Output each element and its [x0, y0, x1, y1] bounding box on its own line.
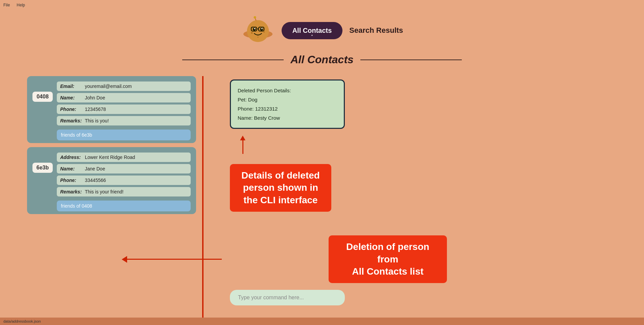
main-content: 0408 Email: youremail@email.com Name: Jo…	[0, 69, 644, 325]
annotation-details-line3: the CLI interface	[238, 194, 323, 206]
email-label: Email:	[60, 84, 82, 89]
title-line-right	[360, 60, 462, 60]
address-label-6e3b: Address:	[60, 155, 82, 160]
svg-point-11	[257, 37, 259, 38]
svg-point-4	[254, 28, 255, 29]
email-value: youremail@email.com	[85, 84, 132, 89]
name-value-0408: John Doe	[85, 95, 105, 100]
deletion-annotation-group: Deletion of person from All Contacts lis…	[230, 235, 447, 283]
contact-id-0408: 0408	[32, 92, 53, 102]
red-divider-line	[202, 76, 204, 325]
contact-remarks-field-0408: Remarks: This is you!	[57, 116, 191, 125]
svg-point-1	[247, 20, 269, 42]
remarks-value-6e3b: This is your friend!	[85, 189, 123, 194]
contact-email-field: Email: youremail@email.com	[57, 82, 191, 91]
cli-input-box[interactable]: Type your command here...	[230, 290, 345, 305]
menu-help[interactable]: Help	[17, 3, 25, 7]
status-bar: data/addressbook.json	[0, 318, 644, 325]
remarks-label-0408: Remarks:	[60, 118, 82, 123]
menu-bar: File Help	[3, 3, 25, 7]
status-bar-text: data/addressbook.json	[3, 319, 41, 323]
contact-card-6e3b: 6e3b Address: Lower Kent Ridge Road Name…	[27, 147, 196, 214]
menu-file[interactable]: File	[3, 3, 10, 7]
svg-point-10	[263, 31, 265, 33]
search-results-tab[interactable]: Search Results	[349, 26, 403, 35]
name-label-6e3b: Name:	[60, 166, 82, 171]
contact-name-field-0408: Name: John Doe	[57, 93, 191, 102]
cli-output-title: Deleted Person Details:	[238, 86, 337, 95]
cli-output-line2: Phone: 12312312	[238, 104, 337, 113]
contact-tag-6e3b: friends of 0408	[57, 201, 191, 211]
page-title: All Contacts	[290, 53, 354, 66]
contact-tag-0408: friends of 6e3b	[57, 130, 191, 140]
name-value-6e3b: Jane Doe	[85, 166, 105, 171]
all-contacts-tab[interactable]: All Contacts	[282, 22, 343, 39]
address-value-6e3b: Lower Kent Ridge Road	[85, 155, 135, 160]
arrow-left-group	[122, 256, 222, 263]
contact-remarks-field-6e3b: Remarks: This is your friend!	[57, 187, 191, 196]
contacts-panel: 0408 Email: youremail@email.com Name: Jo…	[27, 76, 196, 325]
contact-details-6e3b: Address: Lower Kent Ridge Road Name: Jan…	[57, 153, 191, 211]
contact-phone-field-6e3b: Phone: 33445566	[57, 176, 191, 185]
svg-point-5	[261, 28, 263, 29]
annotation-details-line2: person shown in	[238, 182, 323, 194]
cli-output-box: Deleted Person Details: Pet: Dog Phone: …	[230, 79, 345, 129]
phone-label-6e3b: Phone:	[60, 178, 82, 183]
phone-value-0408: 12345678	[85, 107, 106, 112]
contact-address-field-6e3b: Address: Lower Kent Ridge Road	[57, 153, 191, 162]
annotation-deletion-line2: All Contacts list	[337, 265, 439, 278]
contact-name-field-6e3b: Name: Jane Doe	[57, 164, 191, 173]
annotation-deletion-box: Deletion of person from All Contacts lis…	[329, 235, 447, 283]
arrow-head-left	[122, 256, 127, 263]
annotation-deletion-line1: Deletion of person from	[337, 241, 439, 265]
phone-label-0408: Phone:	[60, 107, 82, 112]
arrow-line-up	[242, 140, 243, 154]
contact-phone-field-0408: Phone: 12345678	[57, 105, 191, 114]
remarks-value-0408: This is you!	[85, 118, 109, 123]
right-panel: Deleted Person Details: Pet: Dog Phone: …	[210, 76, 617, 325]
contact-id-6e3b: 6e3b	[32, 163, 53, 173]
annotation-details-line1: Details of deleted	[238, 169, 323, 182]
page-title-container: All Contacts	[0, 53, 644, 66]
svg-point-13	[254, 16, 256, 19]
remarks-label-6e3b: Remarks:	[60, 189, 82, 194]
arrow-line-left	[127, 259, 222, 260]
arrow-head-up	[240, 136, 245, 140]
contact-card-0408: 0408 Email: youremail@email.com Name: Jo…	[27, 76, 196, 143]
annotation-details-box: Details of deleted person shown in the C…	[230, 164, 331, 212]
app-logo	[241, 14, 275, 47]
cli-output-line1: Pet: Dog	[238, 95, 337, 104]
cli-output-line3: Name: Besty Crow	[238, 113, 337, 122]
svg-point-9	[251, 32, 253, 34]
title-line-left	[182, 60, 284, 60]
nav-bar: All Contacts Search Results	[0, 0, 644, 47]
name-label-0408: Name:	[60, 95, 82, 100]
cli-input-placeholder: Type your command here...	[238, 295, 304, 300]
contact-details-0408: Email: youremail@email.com Name: John Do…	[57, 82, 191, 140]
arrow-up-group	[240, 136, 245, 154]
phone-value-6e3b: 33445566	[85, 178, 106, 183]
